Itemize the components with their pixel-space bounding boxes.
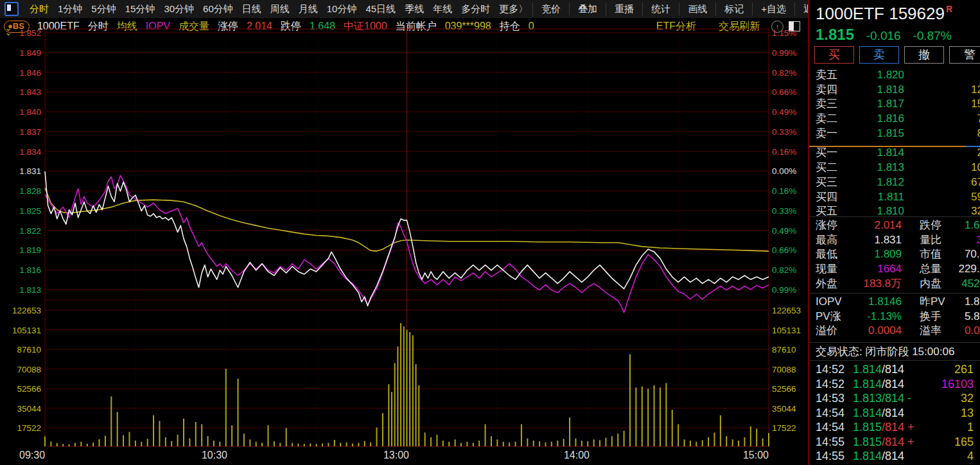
book-volume: 59	[971, 190, 980, 205]
tick-row: 14:531.813/814 -32	[809, 391, 980, 406]
divider	[809, 216, 980, 217]
price-axis-label: 1.837	[19, 127, 41, 137]
book-price[interactable]: 1.812	[809, 175, 904, 190]
tick-price-extra: /814	[882, 378, 904, 390]
tick-row: 14:551.815/814 +165	[809, 435, 980, 450]
order-book-separator	[809, 146, 980, 147]
volume-bar	[340, 443, 341, 446]
volume-bar	[418, 385, 419, 446]
book-price[interactable]: 1.818	[809, 83, 904, 98]
volume-bar	[412, 335, 414, 446]
tick-time: 14:54	[816, 406, 844, 421]
tick-price-value: 1.814	[853, 363, 882, 376]
book-row-买二[interactable]: 买二1.81310	[809, 161, 980, 175]
book-volume: 15	[971, 97, 980, 112]
volume-bar	[629, 355, 631, 446]
price-axis-label: 1.819	[19, 245, 41, 255]
buy-button[interactable]: 买	[814, 46, 854, 64]
tick-list[interactable]: 14:521.814/81426114:521.814/8141610314:5…	[809, 362, 980, 465]
volume-bar	[69, 444, 70, 446]
volume-bar	[352, 444, 353, 446]
volume-bar	[466, 442, 468, 446]
instrument-name: 1000ETF	[816, 4, 884, 23]
volume-bar	[261, 443, 263, 446]
book-price[interactable]: 1.815	[809, 127, 904, 141]
volume-bar	[123, 435, 124, 446]
stat-label: 总量	[920, 262, 941, 277]
book-row-卖四[interactable]: 卖四1.81812	[809, 83, 980, 98]
volume-bar	[478, 441, 480, 446]
tick-price: 1.813/814 -	[853, 391, 911, 406]
volume-axis-label: 122653	[12, 306, 41, 315]
intraday-chart[interactable]: 1.8521.8491.8461.8431.8401.8371.8341.831…	[0, 0, 808, 465]
volume-bar	[400, 323, 401, 446]
volume-axis-label: 105131	[12, 326, 41, 335]
volume-bar	[92, 443, 94, 446]
book-price[interactable]: 1.811	[809, 190, 904, 205]
iopv-row: 溢价0.0004溢率0.02	[809, 324, 980, 338]
volume-bar	[660, 387, 661, 446]
iopv-value: 0.02	[965, 324, 980, 338]
tick-price-extra: /814	[882, 450, 904, 462]
book-price[interactable]: 1.817	[809, 97, 904, 112]
time-axis-label: 14:00	[564, 450, 590, 461]
volume-bar	[605, 438, 606, 446]
separator-buy-ratio	[809, 146, 966, 147]
volume-bar	[436, 435, 437, 446]
book-row-买三[interactable]: 买三1.81267	[809, 175, 980, 190]
tick-row: 14:521.814/814261	[809, 362, 980, 377]
iopv-value: 0.0004	[809, 324, 902, 338]
book-row-买四[interactable]: 买四1.81159	[809, 190, 980, 205]
price-axis-label: 1.840	[19, 107, 41, 117]
book-row-卖一[interactable]: 卖一1.8158	[809, 127, 980, 141]
volume-bar	[219, 442, 220, 446]
volume-bar	[171, 441, 172, 446]
stat-row: 涨停2.014跌停1.64	[809, 218, 980, 233]
stat-value: 4520	[961, 277, 980, 292]
alert-button[interactable]: 警	[949, 46, 980, 64]
time-axis-label: 15:00	[743, 450, 769, 461]
tick-time: 14:54	[816, 420, 844, 435]
volume-bar	[496, 439, 498, 446]
volume-bar	[738, 441, 739, 446]
tick-price-extra: /814	[882, 407, 904, 419]
iopv-grid: IOPV1.8146昨PV1.83PV涨-1.13%换手5.87溢价0.0004…	[809, 295, 980, 338]
tick-price-extra: /814 +	[882, 421, 914, 434]
volume-axis-label: 35044	[17, 404, 41, 414]
volume-axis-label: 52566	[17, 384, 41, 394]
percent-axis-label: 0.16%	[772, 147, 796, 157]
volume-bar	[274, 441, 275, 446]
tick-price-value: 1.815	[853, 421, 882, 434]
book-row-卖二[interactable]: 卖二1.8167	[809, 112, 980, 127]
book-price[interactable]: 1.820	[809, 68, 904, 83]
stat-label: 内盘	[920, 277, 941, 292]
volume-bar	[708, 437, 709, 446]
order-book: 卖五1.820卖四1.81812卖三1.81715卖二1.8167卖一1.815…	[809, 68, 980, 219]
volume-bar	[690, 441, 691, 446]
volume-bar	[44, 436, 46, 446]
stat-value: 1.809	[809, 247, 902, 262]
stat-value: 3.	[977, 233, 980, 248]
volume-bar	[665, 383, 667, 446]
volume-bar	[346, 443, 347, 446]
volume-bar	[551, 442, 552, 446]
price-axis-label: 1.825	[19, 206, 41, 216]
quote-panel: 1000ETF 159629R 1.815 -0.016 -0.87% 买 卖 …	[808, 0, 980, 465]
volume-bar	[99, 439, 100, 446]
tick-volume: 16103	[941, 377, 974, 392]
book-row-卖三[interactable]: 卖三1.81715	[809, 97, 980, 112]
volume-bar	[750, 426, 751, 446]
book-row-买一[interactable]: 买一1.8142	[809, 146, 980, 161]
book-price[interactable]: 1.816	[809, 112, 904, 127]
sell-button[interactable]: 卖	[859, 46, 899, 64]
stats-grid: 涨停2.014跌停1.64最高1.831量比3.最低1.809市值70.8现量1…	[809, 218, 980, 291]
tick-time: 14:55	[816, 449, 844, 464]
book-price[interactable]: 1.813	[809, 161, 904, 175]
cancel-order-button[interactable]: 撤	[904, 46, 944, 64]
book-row-卖五[interactable]: 卖五1.820	[809, 68, 980, 83]
time-axis-label: 13:00	[383, 450, 409, 461]
price-axis-label: 1.849	[19, 48, 41, 58]
volume-bar	[473, 443, 474, 446]
volume-axis-label: 87610	[772, 345, 796, 355]
book-price[interactable]: 1.814	[809, 146, 904, 161]
